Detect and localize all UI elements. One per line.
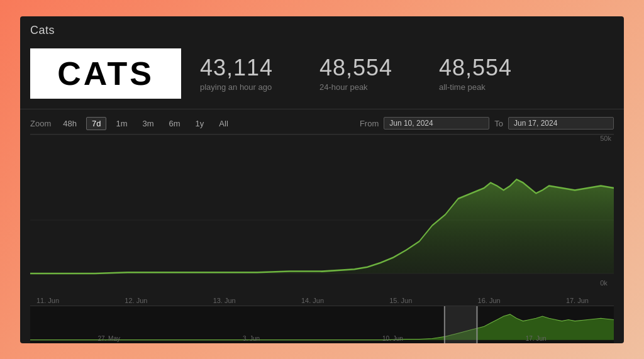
peak-24h-number: 48,554 — [319, 55, 392, 81]
main-chart-svg — [30, 135, 614, 306]
zoom-6m[interactable]: 6m — [164, 117, 186, 130]
x-label-5: 15. Jun — [389, 297, 412, 304]
zoom-48h[interactable]: 48h — [57, 117, 82, 130]
x-label-4: 14. Jun — [301, 297, 324, 304]
mini-chart-area: 27. May 3. Jun 10. Jun 17. Jun — [30, 306, 614, 343]
zoom-label: Zoom — [30, 119, 51, 128]
x-label-3: 13. Jun — [213, 297, 236, 304]
mini-x-label-3: 10. Jun — [382, 335, 403, 342]
main-window: Cats CATS 43,114 playing an hour ago 48,… — [20, 16, 624, 343]
x-label-7: 17. Jun — [566, 297, 589, 304]
date-range: From To — [360, 117, 614, 130]
to-label: To — [494, 119, 503, 128]
main-chart-area: 50k 0k 11. Jun 12. Jun 13. Jun 14. Jun 1… — [30, 134, 614, 306]
zoom-1m[interactable]: 1m — [110, 117, 133, 130]
zoom-controls: Zoom 48h 7d 1m 3m 6m 1y All From To — [20, 113, 624, 134]
mini-x-label-1: 27. May — [97, 335, 120, 342]
chart-y-labels: 50k 0k — [600, 135, 611, 287]
mini-x-label-4: 17. Jun — [526, 335, 547, 342]
zoom-3m[interactable]: 3m — [136, 117, 159, 130]
mini-x-label-2: 3. Jun — [243, 335, 260, 342]
window-title: Cats — [20, 16, 624, 42]
all-time-peak-block: 48,554 all-time peak — [439, 55, 540, 92]
peak-24h-label: 24-hour peak — [319, 82, 368, 92]
x-label-2: 12. Jun — [125, 297, 147, 304]
zoom-7d[interactable]: 7d — [86, 117, 106, 130]
current-players-number: 43,114 — [200, 55, 273, 81]
zoom-all[interactable]: All — [213, 117, 233, 130]
y-max-label: 50k — [600, 135, 611, 142]
current-players-block: 43,114 playing an hour ago — [200, 55, 301, 92]
to-date-input[interactable] — [508, 117, 614, 130]
current-players-label: playing an hour ago — [200, 82, 272, 92]
x-label-6: 16. Jun — [478, 297, 501, 304]
game-logo: CATS — [30, 48, 181, 99]
zoom-1y[interactable]: 1y — [190, 117, 210, 130]
x-label-1: 11. Jun — [36, 297, 59, 304]
from-date-input[interactable] — [384, 117, 489, 130]
y-min-label: 0k — [600, 279, 611, 287]
all-time-peak-label: all-time peak — [439, 82, 486, 92]
chart-section: Zoom 48h 7d 1m 3m 6m 1y All From To — [20, 111, 624, 343]
svg-marker-3 — [30, 179, 614, 273]
all-time-peak-number: 48,554 — [439, 55, 512, 81]
peak-24h-block: 48,554 24-hour peak — [319, 55, 420, 92]
from-label: From — [360, 119, 379, 128]
stats-row: CATS 43,114 playing an hour ago 48,554 2… — [20, 42, 624, 109]
